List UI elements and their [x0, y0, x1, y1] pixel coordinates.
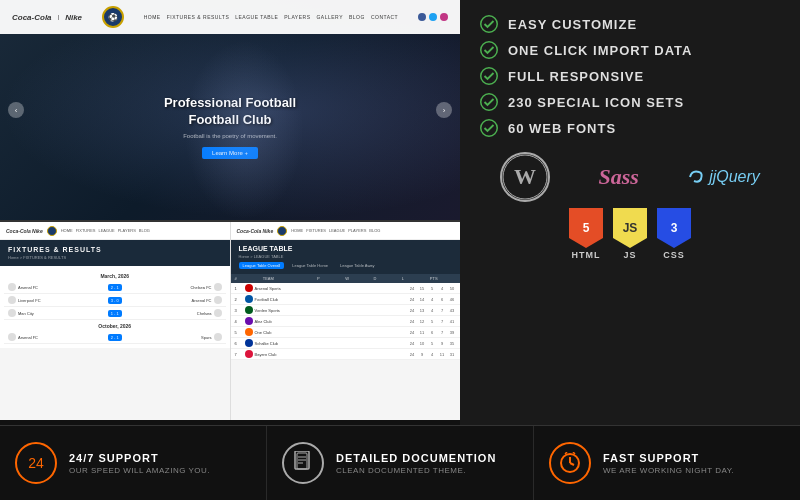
social-icons: [418, 13, 448, 21]
table-row: 5 One Club 24 11 6 7 39: [231, 327, 461, 338]
team-logo: [8, 309, 16, 317]
support-number: 24: [28, 455, 44, 471]
logo-nike: Nike: [65, 13, 82, 22]
sub-logo1: Coca-Cola Nike: [6, 228, 43, 234]
sub-nav-home2[interactable]: HOME: [291, 228, 303, 233]
rank: 7: [235, 352, 243, 357]
wordpress-logo: W: [500, 152, 550, 202]
logo-cocacola: Coca-Cola: [12, 13, 52, 22]
sub-nav-players2[interactable]: PLAYERS: [348, 228, 366, 233]
css3-badge: 3 CSS: [657, 208, 691, 260]
sub-nav-league2[interactable]: LEAGUE: [329, 228, 345, 233]
nav-home[interactable]: HOME: [144, 14, 161, 20]
stat-pts: 41: [448, 319, 456, 324]
clock-icon: [559, 452, 581, 474]
team-logo-tbl: [245, 350, 253, 358]
nav-gallery[interactable]: GALLERY: [316, 14, 342, 20]
team-logo-tbl: [245, 306, 253, 314]
tab-overall[interactable]: League Table Overall: [239, 262, 285, 269]
table-row: 1 Arsenal Sports 24 15 5 4 50: [231, 283, 461, 294]
stat-l: 7: [438, 330, 446, 335]
nav-fixtures[interactable]: FIXTURES & RESULTS: [167, 14, 230, 20]
sub-nav-league[interactable]: LEAGUE: [98, 228, 114, 233]
prev-arrow[interactable]: ‹: [8, 102, 24, 118]
rank: 5: [235, 330, 243, 335]
svg-text:W: W: [514, 164, 536, 189]
twitter-icon[interactable]: [429, 13, 437, 21]
col-p: P: [317, 276, 343, 281]
team-name-tbl: One Club: [255, 330, 407, 335]
nav-league[interactable]: LEAGUE TABLE: [235, 14, 278, 20]
stat-l: 11: [438, 352, 446, 357]
sub-badge1: [47, 226, 57, 236]
stat-d: 5: [428, 341, 436, 346]
home-team: Man City: [18, 311, 106, 316]
sub-nav-blog[interactable]: BLOG: [139, 228, 150, 233]
fast-title: FAST SUPPORT: [603, 452, 734, 464]
col-d: D: [373, 276, 399, 281]
tab-away[interactable]: League Table Away: [336, 262, 379, 269]
facebook-icon[interactable]: [418, 13, 426, 21]
table-row: 7 Bayern Club 24 9 4 11 31: [231, 349, 461, 360]
left-screenshots-panel: Coca-Cola | Nike ⚽ HOME FIXTURES & RESUL…: [0, 0, 460, 425]
checkmark-icon: [480, 119, 498, 137]
rank: 2: [235, 297, 243, 302]
team-logo-tbl: [245, 284, 253, 292]
league-nav: Coca-Cola Nike HOME FIXTURES LEAGUE PLAY…: [231, 222, 461, 240]
nav-blog[interactable]: BLOG: [349, 14, 365, 20]
svg-point-0: [481, 16, 498, 33]
docs-subtitle: CLEAN DOCUMENTED THEME.: [336, 466, 496, 475]
stat-pts: 46: [448, 297, 456, 302]
table-row: 3 Vorden Sports 24 13 4 7 43: [231, 305, 461, 316]
sub-nav-players[interactable]: PLAYERS: [118, 228, 136, 233]
css3-number: 3: [671, 221, 678, 235]
feature-web-fonts: 60 WEB FONTS: [480, 119, 780, 137]
sub-nav-fixtures[interactable]: FIXTURES: [76, 228, 96, 233]
sub-nav-fixtures2[interactable]: FIXTURES: [306, 228, 326, 233]
fixtures-title: FIXTURES & RESULTS: [8, 246, 222, 253]
team-name-tbl: Schalke Club: [255, 341, 407, 346]
svg-point-1: [481, 42, 498, 59]
jquery-text: jjQuery: [709, 168, 760, 186]
col-w: W: [345, 276, 371, 281]
support-subtitle: OUR SPEED WILL AMAZING YOU.: [69, 466, 210, 475]
table-header: # TEAM P W D L PTS: [231, 274, 461, 283]
support-item: 24 24/7 SUPPORT OUR SPEED WILL AMAZING Y…: [0, 426, 267, 500]
rank: 1: [235, 286, 243, 291]
stat-p: 24: [408, 319, 416, 324]
team-logo-tbl: [245, 339, 253, 347]
team-logo-away: [214, 296, 222, 304]
match-row: Man City 1 - 1 Chelsea: [4, 307, 226, 320]
html5-number: 5: [583, 221, 590, 235]
fast-support-icon: [549, 442, 591, 484]
score: 2 - 1: [108, 334, 122, 341]
team-logo: [8, 333, 16, 341]
fixtures-nav: Coca-Cola Nike HOME FIXTURES LEAGUE PLAY…: [0, 222, 230, 240]
svg-point-3: [481, 94, 498, 111]
col-l: L: [402, 276, 428, 281]
home-team: Arsenal FC: [18, 335, 106, 340]
svg-point-2: [481, 68, 498, 85]
tab-home[interactable]: League Table Home: [288, 262, 332, 269]
stat-w: 15: [418, 286, 426, 291]
stat-w: 13: [418, 308, 426, 313]
instagram-icon[interactable]: [440, 13, 448, 21]
fast-support-item: FAST SUPPORT WE ARE WORKING NIGHT DAY.: [534, 426, 800, 500]
nav-players[interactable]: PLAYERS: [284, 14, 310, 20]
team-logo-tbl: [245, 328, 253, 336]
stat-p: 24: [408, 286, 416, 291]
css3-label: CSS: [663, 250, 685, 260]
sub-nav-blog2[interactable]: BLOG: [369, 228, 380, 233]
table-row: 6 Schalke Club 24 10 5 9 35: [231, 338, 461, 349]
feature-label: FULL RESPONSIVE: [508, 69, 644, 84]
score: 3 - 0: [108, 297, 122, 304]
next-arrow[interactable]: ›: [436, 102, 452, 118]
home-team: Liverpool FC: [18, 298, 106, 303]
stat-d: 4: [428, 297, 436, 302]
team-name-tbl: Bayern Club: [255, 352, 407, 357]
nav-contact[interactable]: CONTACT: [371, 14, 398, 20]
js-letters: JS: [623, 221, 638, 235]
fixtures-screenshot: Coca-Cola Nike HOME FIXTURES LEAGUE PLAY…: [0, 222, 231, 420]
sub-nav-home[interactable]: HOME: [61, 228, 73, 233]
stat-pts: 50: [448, 286, 456, 291]
